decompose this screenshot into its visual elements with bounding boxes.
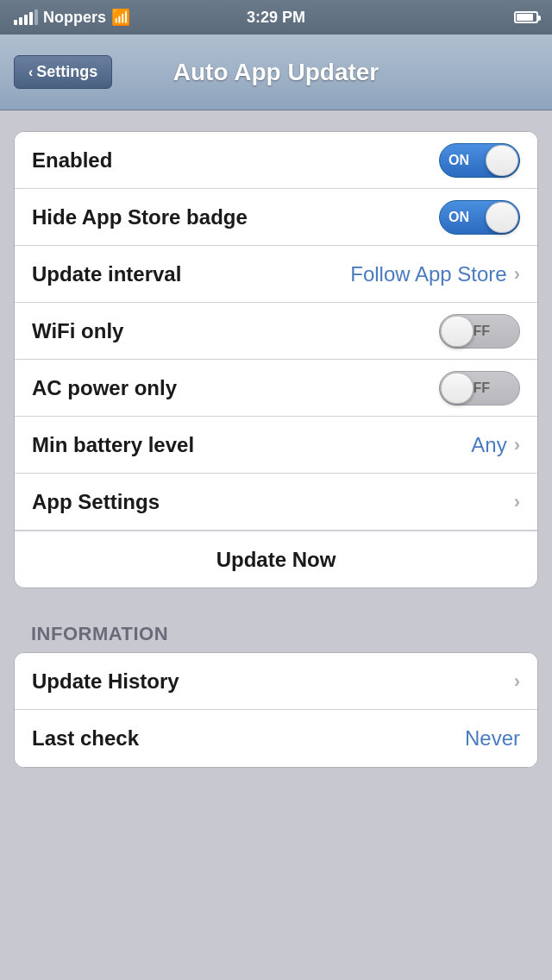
min-battery-value: Any [471,433,506,457]
last-check-label: Last check [32,726,139,751]
enabled-toggle-thumb [486,145,518,176]
update-history-label: Update History [32,669,179,694]
update-interval-right: Follow App Store › [350,262,520,286]
hide-badge-right: ON [439,200,520,235]
status-bar: Noppers 📶 3:29 PM [0,0,552,35]
app-settings-right: › [514,491,520,513]
hide-badge-toggle-label: ON [448,210,469,225]
settings-row-hide-badge: Hide App Store badge ON [15,189,537,246]
battery-fill [517,14,533,21]
information-section-header: Information [14,612,538,652]
last-check-right: Never [465,726,520,751]
settings-row-wifi-only: WiFi only OFF [15,303,537,360]
wifi-only-right: OFF [439,314,520,349]
min-battery-label: Min battery level [32,433,194,457]
carrier-name: Noppers [43,9,106,27]
ac-power-right: OFF [439,371,520,405]
nav-title: Auto App Updater [173,59,380,86]
settings-row-app-settings[interactable]: App Settings › [15,474,537,531]
signal-bar-4 [29,12,33,25]
update-interval-value: Follow App Store [350,262,506,286]
status-right [514,11,538,23]
back-button[interactable]: ‹ Settings [14,55,112,89]
status-time: 3:29 PM [247,9,305,27]
update-interval-chevron-icon: › [514,263,520,286]
signal-bar-2 [19,17,22,25]
settings-row-enabled: Enabled ON [15,132,537,189]
last-check-value: Never [465,726,520,751]
settings-row-min-battery[interactable]: Min battery level Any › [15,417,537,474]
settings-group-main: Enabled ON Hide App Store badge ON Updat… [14,131,538,588]
nav-bar: ‹ Settings Auto App Updater [0,35,552,110]
app-settings-label: App Settings [32,490,160,514]
app-settings-chevron-icon: › [514,491,520,513]
hide-badge-toggle[interactable]: ON [439,200,520,235]
enabled-label: Enabled [32,148,112,173]
back-button-label: Settings [36,63,97,81]
update-history-right: › [514,670,520,693]
content: Enabled ON Hide App Store badge ON Updat… [0,110,552,768]
enabled-right: ON [439,143,520,178]
wifi-only-toggle[interactable]: OFF [439,314,520,349]
hide-badge-label: Hide App Store badge [32,205,248,229]
hide-badge-toggle-thumb [486,202,518,233]
settings-row-last-check: Last check Never [15,710,537,767]
settings-row-update-history[interactable]: Update History › [15,653,537,710]
update-history-chevron-icon: › [514,670,520,693]
status-left: Noppers 📶 [14,8,130,27]
wifi-only-label: WiFi only [32,319,123,343]
battery-icon [514,11,538,23]
update-interval-label: Update interval [32,262,181,286]
enabled-toggle[interactable]: ON [439,143,520,178]
signal-bar-5 [34,9,38,25]
signal-bar-3 [24,15,28,25]
update-now-label: Update Now [216,548,336,572]
settings-row-update-interval[interactable]: Update interval Follow App Store › [15,246,537,303]
ac-power-label: AC power only [32,376,177,400]
min-battery-chevron-icon: › [514,434,520,456]
wifi-only-toggle-thumb [441,316,474,347]
settings-row-ac-power: AC power only OFF [15,360,537,417]
ac-power-toggle[interactable]: OFF [439,371,520,405]
signal-bar-1 [14,20,17,25]
back-chevron-icon: ‹ [28,65,33,80]
wifi-icon: 📶 [111,8,130,27]
min-battery-right: Any › [471,433,520,457]
enabled-toggle-label: ON [448,153,469,168]
ac-power-toggle-thumb [441,373,474,404]
update-now-row[interactable]: Update Now [15,531,537,587]
info-group: Update History › Last check Never [14,652,538,768]
signal-bars [14,9,38,25]
